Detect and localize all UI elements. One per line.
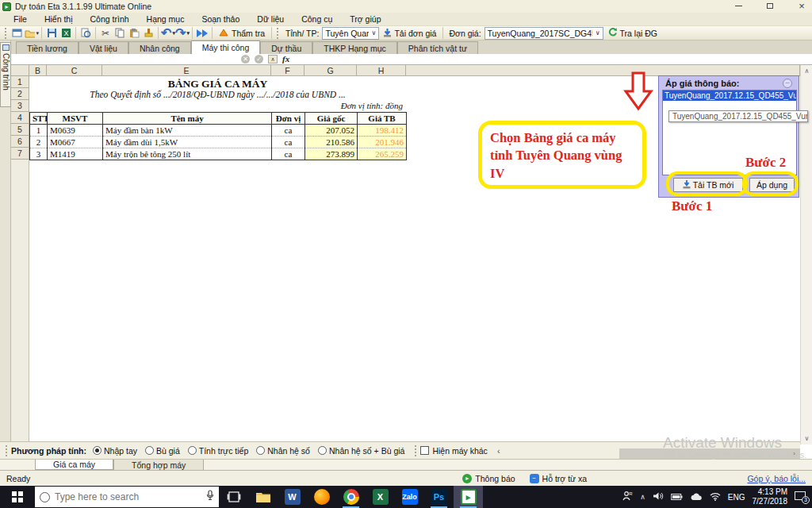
excel-icon[interactable]: X bbox=[366, 486, 395, 508]
cell-stt[interactable]: 2 bbox=[30, 137, 48, 148]
sheet-unit-cell[interactable]: Đơn vị tính: đồng bbox=[29, 101, 403, 110]
tab-vat-lieu[interactable]: Vật liệu bbox=[79, 41, 128, 54]
expand-formula-icon[interactable]: ∧ bbox=[268, 55, 278, 64]
tham-tra-button[interactable]: Thẩm tra bbox=[215, 27, 269, 40]
cell-gia-tb[interactable]: 265.259 bbox=[358, 148, 407, 160]
sheet-tab-gia-ca-may[interactable]: Giá ca máy bbox=[35, 460, 113, 471]
header-don-vi[interactable]: Đơn vị bbox=[272, 113, 305, 125]
firefox-icon[interactable] bbox=[307, 486, 336, 508]
undo-icon[interactable]: ↶▾ bbox=[161, 27, 175, 40]
run-calculation-icon[interactable] bbox=[195, 27, 209, 40]
header-stt[interactable]: STT bbox=[30, 113, 48, 125]
tab-tien-luong[interactable]: Tiền lương bbox=[16, 41, 79, 54]
sheet-title-cell[interactable]: BẢNG GIÁ CA MÁY bbox=[29, 78, 406, 90]
cell-ten-may[interactable]: Máy đầm dùi 1,5kW bbox=[103, 137, 272, 148]
cell-gia-tb[interactable]: 201.946 bbox=[358, 137, 407, 148]
action-center-icon[interactable]: 3 bbox=[795, 491, 807, 502]
menu-hien-thi[interactable]: Hiển thị bbox=[36, 14, 82, 24]
confirm-entry-icon[interactable]: ✓ bbox=[255, 55, 263, 64]
cut-icon[interactable]: ✂ bbox=[98, 27, 113, 40]
taskbar-clock[interactable]: 4:13 PM 7/27/2018 bbox=[753, 487, 788, 507]
cell-don-vi[interactable]: ca bbox=[272, 125, 305, 137]
cell-stt[interactable]: 3 bbox=[30, 148, 48, 160]
language-indicator[interactable]: ENG bbox=[728, 493, 745, 502]
battery-icon[interactable] bbox=[671, 490, 683, 504]
microphone-icon[interactable] bbox=[206, 490, 214, 504]
col-header-h[interactable]: H bbox=[357, 65, 406, 76]
cell-ten-may[interactable]: Máy trộn bê tông 250 lít bbox=[103, 148, 272, 160]
menu-cong-cu[interactable]: Công cụ bbox=[293, 14, 341, 24]
task-view-button[interactable] bbox=[219, 486, 248, 508]
start-button[interactable] bbox=[0, 486, 35, 508]
tray-expand-icon[interactable]: ∧ bbox=[640, 493, 645, 501]
tab-nhan-cong[interactable]: Nhân công bbox=[128, 41, 191, 54]
radio-bu-gia[interactable] bbox=[145, 446, 154, 455]
cell-msvt[interactable]: M0667 bbox=[48, 137, 103, 148]
word-icon[interactable]: W bbox=[278, 486, 307, 508]
header-ten-may[interactable]: Tên máy bbox=[103, 113, 272, 125]
col-header-b[interactable]: B bbox=[29, 65, 47, 76]
row-header-4[interactable]: 4 bbox=[11, 112, 29, 124]
scroll-down-icon[interactable]: ∨ bbox=[801, 433, 812, 444]
tab-du-thau[interactable]: Dự thầu bbox=[260, 41, 312, 54]
cell-gia-goc[interactable]: 207.052 bbox=[305, 125, 358, 137]
status-ho-tro-tu-xa[interactable]: − Hỗ trợ từ xa bbox=[530, 474, 588, 483]
row-header-2[interactable]: 2 bbox=[11, 88, 29, 100]
radio-nhan-he-so-bu-gia[interactable] bbox=[318, 446, 327, 455]
file-explorer-icon[interactable] bbox=[248, 486, 278, 508]
chrome-icon[interactable] bbox=[336, 486, 366, 508]
cell-msvt[interactable]: M1419 bbox=[48, 148, 103, 160]
cell-stt[interactable]: 1 bbox=[30, 125, 48, 137]
menu-hang-muc[interactable]: Hạng mục bbox=[138, 14, 193, 24]
header-gia-tb[interactable]: Giá TB bbox=[358, 113, 407, 125]
fx-icon[interactable]: fx bbox=[282, 54, 289, 64]
col-header-f[interactable]: F bbox=[271, 65, 304, 76]
tab-may-thi-cong[interactable]: Máy thi công bbox=[191, 40, 261, 54]
cell-msvt[interactable]: M0639 bbox=[48, 125, 103, 137]
cell-don-vi[interactable]: ca bbox=[272, 137, 305, 148]
wifi-icon[interactable] bbox=[710, 490, 721, 504]
sheet-tab-tong-hop-may[interactable]: Tổng hợp máy bbox=[113, 460, 204, 471]
col-header-e[interactable]: E bbox=[102, 65, 271, 76]
redo-icon[interactable]: ↷▾ bbox=[175, 27, 190, 40]
row-header-3[interactable]: 3 bbox=[11, 100, 29, 112]
open-folder-icon[interactable]: ▾ bbox=[25, 27, 39, 40]
province-select[interactable]: Tuyên Quang∨ bbox=[322, 27, 379, 40]
scroll-right-icon[interactable]: › bbox=[788, 448, 800, 459]
unit-price-select[interactable]: TuyenQuang_2017SC_DG455∨ bbox=[485, 27, 603, 40]
header-gia-goc[interactable]: Giá gốc bbox=[305, 113, 358, 125]
speaker-icon[interactable] bbox=[653, 490, 664, 504]
restore-button[interactable] bbox=[764, 1, 776, 11]
cong-trinh-side-tab[interactable]: Công trình bbox=[0, 42, 11, 107]
col-header-c[interactable]: C bbox=[47, 65, 102, 76]
radio-tinh-truc-tiep[interactable] bbox=[188, 446, 197, 455]
radio-nhan-he-so[interactable] bbox=[256, 446, 265, 455]
people-icon[interactable]: R bbox=[622, 490, 633, 504]
toolbar-overflow-icon[interactable]: ‹ bbox=[497, 446, 500, 456]
eta-app-icon[interactable]: ▸ bbox=[454, 486, 483, 508]
taskbar-search[interactable] bbox=[35, 487, 219, 507]
header-msvt[interactable]: MSVT bbox=[48, 113, 103, 125]
paste-icon[interactable] bbox=[127, 27, 141, 40]
menu-cong-trinh[interactable]: Công trình bbox=[82, 14, 138, 24]
tab-phan-tich-vat-tu[interactable]: Phân tích vật tư bbox=[397, 41, 478, 54]
menu-file[interactable]: File bbox=[5, 14, 36, 24]
radio-nhap-tay[interactable] bbox=[93, 446, 102, 455]
cell-ten-may[interactable]: Máy đầm bàn 1kW bbox=[103, 125, 272, 137]
cell-don-vi[interactable]: ca bbox=[272, 148, 305, 160]
onedrive-icon[interactable] bbox=[690, 490, 703, 504]
cell-gia-tb[interactable]: 198.412 bbox=[358, 125, 407, 137]
search-input[interactable] bbox=[55, 491, 182, 502]
checkbox-hien-may-khac[interactable] bbox=[420, 446, 429, 455]
menu-soan-thao[interactable]: Soạn thảo bbox=[193, 14, 248, 24]
excel-export-icon[interactable]: X bbox=[59, 27, 73, 40]
tab-thkp-hang-muc[interactable]: THKP Hạng mục bbox=[312, 41, 397, 54]
row-header-1[interactable]: 1 bbox=[11, 76, 29, 88]
price-list-item-selected[interactable]: TuyenQuang_2017.12.15_QD455_Vung IV bbox=[663, 90, 796, 101]
minimize-button[interactable] bbox=[733, 1, 744, 11]
photoshop-icon[interactable]: Ps bbox=[424, 486, 454, 508]
new-icon[interactable] bbox=[10, 27, 25, 40]
status-thong-bao[interactable]: ▸ Thông báo bbox=[462, 474, 515, 483]
copy-icon[interactable] bbox=[113, 27, 127, 40]
sheet-subtitle-cell[interactable]: Theo Quyết định số .../2018/QĐ-UBND ngày… bbox=[29, 90, 406, 99]
